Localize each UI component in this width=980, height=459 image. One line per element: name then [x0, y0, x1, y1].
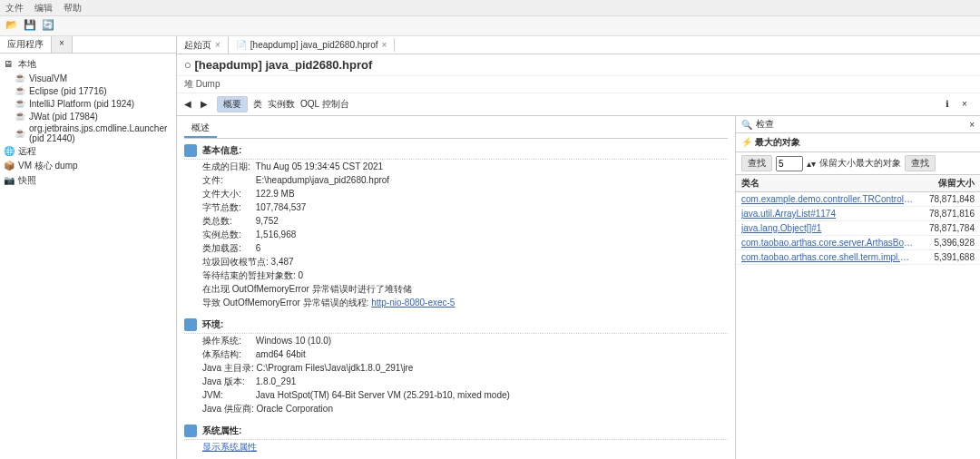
host-icon: 🖥 — [4, 59, 15, 70]
java-icon: ☕ — [15, 73, 25, 83]
main-toolbar: 📂 💾 🔄 — [0, 16, 980, 36]
inspect-title: 检查 — [756, 118, 774, 131]
oql-button[interactable]: OQL 控制台 — [300, 98, 349, 111]
dump-toolbar: ◀ ▶ 概要 类 实例数 OQL 控制台 ℹ × — [177, 93, 980, 116]
oome-thread-link[interactable]: http-nio-8080-exec-5 — [371, 298, 455, 308]
menu-file[interactable]: 文件 — [5, 2, 24, 14]
tree-coredump[interactable]: 📦VM 核心 dump — [2, 159, 174, 173]
save-icon[interactable]: 💾 — [24, 19, 38, 34]
menu-help[interactable]: 帮助 — [64, 2, 82, 14]
section-icon — [184, 425, 197, 437]
summary-content: 概述 基本信息: 生成的日期: Thu Aug 05 19:34:45 CST … — [177, 116, 735, 459]
tree-proc[interactable]: ☕org.jetbrains.jps.cmdline.Launcher (pid… — [2, 122, 174, 144]
tab-heapdump[interactable]: 📄[heapdump] java_pid2680.hprof× — [229, 38, 396, 52]
class-link[interactable]: com.taobao.arthas.core.shell.term.impl.h… — [741, 252, 914, 262]
refresh-icon[interactable]: 🔄 — [42, 19, 56, 34]
spinner-icon[interactable]: ▴▾ — [807, 159, 816, 169]
bolt-icon: ⚡ — [741, 137, 752, 147]
back-icon[interactable]: ◀ — [184, 99, 195, 110]
class-link[interactable]: com.taobao.arthas.core.server.ArthasBoot… — [741, 238, 914, 248]
tab-start-page[interactable]: 起始页× — [177, 37, 229, 54]
heapdump-icon: ○ — [184, 58, 191, 72]
dump-subtitle: 堆 Dump — [177, 76, 980, 93]
col-retained-size[interactable]: 保留大小 — [923, 175, 980, 192]
environment-section: 环境: 操作系统: Windows 10 (10.0) 体系结构: amd64 … — [184, 317, 728, 415]
retained-size: 78,871,816 — [923, 207, 980, 221]
editor-area: 起始页× 📄[heapdump] java_pid2680.hprof× ○ [… — [177, 36, 980, 459]
tree-remote[interactable]: 🌐远程 — [2, 144, 174, 159]
inspect-panel: 🔍 检查 × ⚡ 最大的对象 查找 ▴▾ 保留大小最大的对象 查找 — [735, 116, 980, 459]
tree-local[interactable]: 🖥本地 — [2, 57, 174, 72]
count-input[interactable] — [776, 156, 803, 171]
open-icon[interactable]: 📂 — [5, 19, 20, 34]
table-row[interactable]: java.lang.Object[]#178,871,784 — [736, 221, 980, 236]
retained-size: 78,871,784 — [923, 221, 980, 236]
java-icon: ☕ — [15, 128, 25, 139]
find-controls: 查找 ▴▾ 保留大小最大的对象 查找 — [736, 152, 980, 175]
forward-icon[interactable]: ▶ — [201, 99, 211, 110]
java-icon: ☕ — [15, 111, 25, 122]
table-row[interactable]: com.taobao.arthas.core.server.ArthasBoot… — [736, 236, 980, 250]
java-icon: ☕ — [15, 98, 25, 109]
menu-edit[interactable]: 编辑 — [34, 2, 53, 14]
summary-button[interactable]: 概要 — [217, 96, 248, 112]
tab-close[interactable]: × — [52, 36, 73, 53]
retained-size: 5,391,688 — [923, 250, 980, 265]
section-tab-overview[interactable]: 概述 — [184, 120, 217, 138]
close-icon[interactable]: × — [382, 40, 387, 50]
tab-applications[interactable]: 应用程序 — [0, 36, 52, 53]
snapshot-icon: 📷 — [4, 175, 15, 186]
find-button[interactable]: 查找 — [741, 155, 772, 171]
close-icon[interactable]: × — [962, 99, 973, 110]
tree-snapshot[interactable]: 📷快照 — [2, 173, 174, 188]
table-row[interactable]: com.example.demo.controller.TRController… — [736, 192, 980, 207]
class-link[interactable]: java.lang.Object[]#1 — [741, 223, 914, 233]
file-tabs: 起始页× 📄[heapdump] java_pid2680.hprof× — [177, 36, 980, 54]
close-icon[interactable]: × — [969, 120, 975, 130]
instances-button[interactable]: 实例数 — [268, 98, 295, 111]
applications-panel: 应用程序 × 🖥本地 ☕VisualVM ☕Eclipse (pid 17716… — [0, 36, 177, 459]
dump-title: ○ [heapdump] java_pid2680.hprof — [177, 54, 980, 76]
biggest-objects-title: ⚡ 最大的对象 — [736, 133, 980, 152]
dump-icon: 📦 — [4, 161, 15, 171]
info-icon[interactable]: ℹ — [946, 99, 956, 110]
menubar: 文件 编辑 帮助 — [0, 0, 980, 16]
sysprops-section: 系统属性: 显示系统属性 — [184, 423, 728, 454]
tree-proc[interactable]: ☕Eclipse (pid 17716) — [2, 84, 174, 97]
close-icon[interactable]: × — [215, 40, 220, 50]
section-icon — [184, 318, 197, 331]
classes-button[interactable]: 类 — [253, 98, 262, 111]
table-row[interactable]: com.taobao.arthas.core.shell.term.impl.h… — [736, 250, 980, 265]
retained-size: 5,396,928 — [923, 236, 980, 250]
class-link[interactable]: java.util.ArrayList#1174 — [741, 209, 914, 219]
retained-size: 78,871,848 — [923, 192, 980, 207]
results-table: 类名 保留大小 com.example.demo.controller.TRCo… — [736, 175, 980, 459]
col-classname[interactable]: 类名 — [736, 175, 923, 192]
remote-icon: 🌐 — [4, 146, 15, 157]
class-link[interactable]: com.example.demo.controller.TRController… — [741, 194, 914, 204]
heapdump-icon: 📄 — [236, 40, 247, 50]
java-icon: ☕ — [15, 85, 25, 96]
tree-proc[interactable]: ☕JWat (pid 17984) — [2, 110, 174, 122]
tree-proc[interactable]: ☕IntelliJ Platform (pid 1924) — [2, 97, 174, 110]
show-sysprops-link[interactable]: 显示系统属性 — [202, 442, 257, 452]
process-tree: 🖥本地 ☕VisualVM ☕Eclipse (pid 17716) ☕Inte… — [0, 54, 176, 459]
basic-info-section: 基本信息: 生成的日期: Thu Aug 05 19:34:45 CST 202… — [184, 142, 728, 309]
find-button-2[interactable]: 查找 — [905, 155, 936, 171]
tree-proc[interactable]: ☕VisualVM — [2, 72, 174, 84]
search-icon: 🔍 — [741, 120, 752, 130]
table-row[interactable]: java.util.ArrayList#117478,871,816 — [736, 207, 980, 221]
section-icon — [184, 144, 197, 157]
